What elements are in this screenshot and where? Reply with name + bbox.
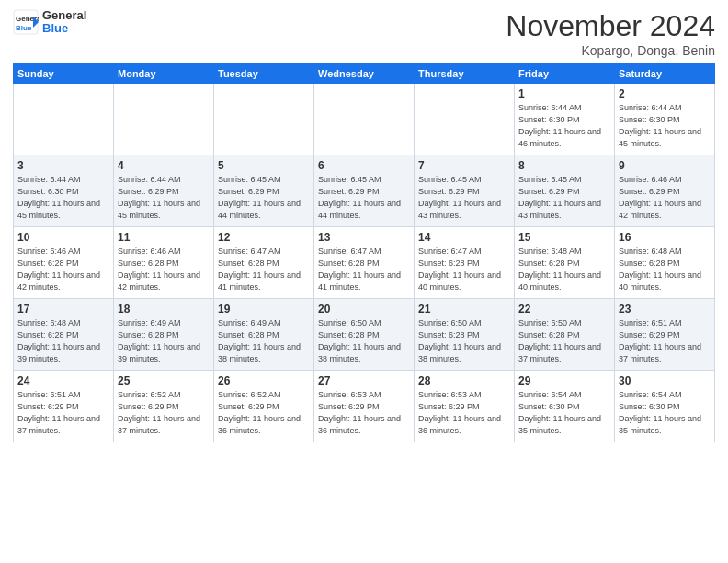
calendar-cell: 21Sunrise: 6:50 AM Sunset: 6:28 PM Dayli… <box>415 299 515 371</box>
day-number: 3 <box>17 158 109 173</box>
day-info: Sunrise: 6:51 AM Sunset: 6:29 PM Dayligh… <box>17 390 100 434</box>
day-info: Sunrise: 6:47 AM Sunset: 6:28 PM Dayligh… <box>318 247 401 291</box>
logo: General Blue General Blue <box>13 9 86 36</box>
day-info: Sunrise: 6:48 AM Sunset: 6:28 PM Dayligh… <box>619 247 701 291</box>
calendar-cell: 11Sunrise: 6:46 AM Sunset: 6:28 PM Dayli… <box>114 227 214 299</box>
weekday-row: SundayMondayTuesdayWednesdayThursdayFrid… <box>14 64 715 84</box>
day-info: Sunrise: 6:54 AM Sunset: 6:30 PM Dayligh… <box>619 390 701 434</box>
day-number: 8 <box>518 158 610 173</box>
day-info: Sunrise: 6:44 AM Sunset: 6:29 PM Dayligh… <box>118 175 200 219</box>
calendar-cell <box>314 84 415 155</box>
day-number: 14 <box>418 230 510 245</box>
header: General Blue General Blue November 2024 … <box>13 9 715 58</box>
day-info: Sunrise: 6:44 AM Sunset: 6:30 PM Dayligh… <box>619 103 701 147</box>
calendar-cell: 20Sunrise: 6:50 AM Sunset: 6:28 PM Dayli… <box>314 299 415 371</box>
calendar-cell: 3Sunrise: 6:44 AM Sunset: 6:30 PM Daylig… <box>14 155 114 227</box>
calendar-cell: 6Sunrise: 6:45 AM Sunset: 6:29 PM Daylig… <box>314 155 415 227</box>
calendar-cell: 29Sunrise: 6:54 AM Sunset: 6:30 PM Dayli… <box>515 371 615 442</box>
calendar-cell: 27Sunrise: 6:53 AM Sunset: 6:29 PM Dayli… <box>314 371 415 442</box>
calendar-week-5: 24Sunrise: 6:51 AM Sunset: 6:29 PM Dayli… <box>14 371 715 442</box>
day-number: 27 <box>318 373 410 388</box>
calendar-cell: 14Sunrise: 6:47 AM Sunset: 6:28 PM Dayli… <box>415 227 515 299</box>
day-number: 21 <box>418 302 510 316</box>
calendar-week-1: 1Sunrise: 6:44 AM Sunset: 6:30 PM Daylig… <box>14 84 715 155</box>
day-number: 28 <box>418 373 510 388</box>
day-info: Sunrise: 6:50 AM Sunset: 6:28 PM Dayligh… <box>318 318 401 362</box>
day-info: Sunrise: 6:48 AM Sunset: 6:28 PM Dayligh… <box>518 247 601 291</box>
calendar-cell: 5Sunrise: 6:45 AM Sunset: 6:29 PM Daylig… <box>214 155 314 227</box>
calendar-cell: 19Sunrise: 6:49 AM Sunset: 6:28 PM Dayli… <box>214 299 314 371</box>
day-info: Sunrise: 6:45 AM Sunset: 6:29 PM Dayligh… <box>418 175 501 219</box>
calendar-table: SundayMondayTuesdayWednesdayThursdayFrid… <box>13 63 715 442</box>
weekday-header-tuesday: Tuesday <box>214 64 314 84</box>
calendar-week-4: 17Sunrise: 6:48 AM Sunset: 6:28 PM Dayli… <box>14 299 715 371</box>
day-info: Sunrise: 6:54 AM Sunset: 6:30 PM Dayligh… <box>518 390 601 434</box>
location-title: Kopargo, Donga, Benin <box>506 43 715 58</box>
calendar-cell: 7Sunrise: 6:45 AM Sunset: 6:29 PM Daylig… <box>415 155 515 227</box>
calendar-week-3: 10Sunrise: 6:46 AM Sunset: 6:28 PM Dayli… <box>14 227 715 299</box>
day-number: 30 <box>619 373 711 388</box>
day-info: Sunrise: 6:45 AM Sunset: 6:29 PM Dayligh… <box>318 175 401 219</box>
day-info: Sunrise: 6:45 AM Sunset: 6:29 PM Dayligh… <box>518 175 601 219</box>
calendar-body: 1Sunrise: 6:44 AM Sunset: 6:30 PM Daylig… <box>14 84 715 442</box>
weekday-header-wednesday: Wednesday <box>314 64 415 84</box>
weekday-header-saturday: Saturday <box>615 64 715 84</box>
calendar-cell <box>415 84 515 155</box>
day-info: Sunrise: 6:44 AM Sunset: 6:30 PM Dayligh… <box>17 175 100 219</box>
day-info: Sunrise: 6:46 AM Sunset: 6:29 PM Dayligh… <box>619 175 701 219</box>
calendar-cell: 2Sunrise: 6:44 AM Sunset: 6:30 PM Daylig… <box>615 84 715 155</box>
day-number: 20 <box>318 302 410 316</box>
day-number: 23 <box>619 302 711 316</box>
calendar-cell: 12Sunrise: 6:47 AM Sunset: 6:28 PM Dayli… <box>214 227 314 299</box>
day-number: 6 <box>318 158 410 173</box>
day-number: 26 <box>218 373 310 388</box>
title-block: November 2024 Kopargo, Donga, Benin <box>506 9 715 58</box>
calendar-header: SundayMondayTuesdayWednesdayThursdayFrid… <box>14 64 715 84</box>
day-info: Sunrise: 6:49 AM Sunset: 6:28 PM Dayligh… <box>118 318 200 362</box>
calendar-cell: 17Sunrise: 6:48 AM Sunset: 6:28 PM Dayli… <box>14 299 114 371</box>
weekday-header-friday: Friday <box>515 64 615 84</box>
calendar-cell: 26Sunrise: 6:52 AM Sunset: 6:29 PM Dayli… <box>214 371 314 442</box>
day-info: Sunrise: 6:46 AM Sunset: 6:28 PM Dayligh… <box>17 247 100 291</box>
day-info: Sunrise: 6:49 AM Sunset: 6:28 PM Dayligh… <box>218 318 301 362</box>
weekday-header-thursday: Thursday <box>415 64 515 84</box>
day-number: 29 <box>518 373 610 388</box>
month-title: November 2024 <box>506 9 715 43</box>
calendar-cell: 23Sunrise: 6:51 AM Sunset: 6:29 PM Dayli… <box>615 299 715 371</box>
day-info: Sunrise: 6:51 AM Sunset: 6:29 PM Dayligh… <box>619 318 701 362</box>
calendar-cell: 15Sunrise: 6:48 AM Sunset: 6:28 PM Dayli… <box>515 227 615 299</box>
calendar-cell: 22Sunrise: 6:50 AM Sunset: 6:28 PM Dayli… <box>515 299 615 371</box>
day-number: 25 <box>118 373 210 388</box>
logo-general: General <box>42 9 86 22</box>
calendar-cell: 4Sunrise: 6:44 AM Sunset: 6:29 PM Daylig… <box>114 155 214 227</box>
calendar-cell: 18Sunrise: 6:49 AM Sunset: 6:28 PM Dayli… <box>114 299 214 371</box>
day-number: 24 <box>17 373 109 388</box>
day-info: Sunrise: 6:53 AM Sunset: 6:29 PM Dayligh… <box>418 390 501 434</box>
calendar-cell: 10Sunrise: 6:46 AM Sunset: 6:28 PM Dayli… <box>14 227 114 299</box>
calendar-cell: 8Sunrise: 6:45 AM Sunset: 6:29 PM Daylig… <box>515 155 615 227</box>
day-number: 10 <box>17 230 109 245</box>
weekday-header-monday: Monday <box>114 64 214 84</box>
calendar-cell: 28Sunrise: 6:53 AM Sunset: 6:29 PM Dayli… <box>415 371 515 442</box>
day-number: 15 <box>518 230 610 245</box>
day-number: 11 <box>118 230 210 245</box>
day-info: Sunrise: 6:48 AM Sunset: 6:28 PM Dayligh… <box>17 318 100 362</box>
day-info: Sunrise: 6:50 AM Sunset: 6:28 PM Dayligh… <box>418 318 501 362</box>
calendar-cell: 1Sunrise: 6:44 AM Sunset: 6:30 PM Daylig… <box>515 84 615 155</box>
logo-icon: General Blue <box>13 9 39 35</box>
day-number: 1 <box>518 86 610 101</box>
day-number: 13 <box>318 230 410 245</box>
day-info: Sunrise: 6:52 AM Sunset: 6:29 PM Dayligh… <box>218 390 301 434</box>
calendar-cell: 25Sunrise: 6:52 AM Sunset: 6:29 PM Dayli… <box>114 371 214 442</box>
weekday-header-sunday: Sunday <box>14 64 114 84</box>
calendar-cell <box>14 84 114 155</box>
day-number: 18 <box>118 302 210 316</box>
calendar-cell: 13Sunrise: 6:47 AM Sunset: 6:28 PM Dayli… <box>314 227 415 299</box>
day-info: Sunrise: 6:46 AM Sunset: 6:28 PM Dayligh… <box>118 247 200 291</box>
day-info: Sunrise: 6:47 AM Sunset: 6:28 PM Dayligh… <box>418 247 501 291</box>
day-info: Sunrise: 6:45 AM Sunset: 6:29 PM Dayligh… <box>218 175 301 219</box>
svg-text:Blue: Blue <box>16 24 32 32</box>
calendar-cell: 24Sunrise: 6:51 AM Sunset: 6:29 PM Dayli… <box>14 371 114 442</box>
day-number: 19 <box>218 302 310 316</box>
day-info: Sunrise: 6:52 AM Sunset: 6:29 PM Dayligh… <box>118 390 200 434</box>
